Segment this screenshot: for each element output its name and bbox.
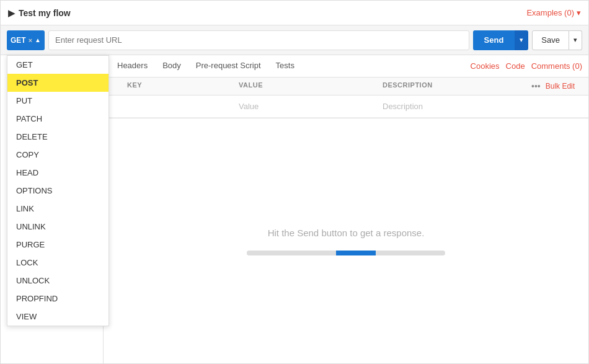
- response-message: Hit the Send button to get a response.: [268, 228, 425, 238]
- examples-chevron-icon: ▾: [577, 8, 581, 17]
- progress-left: [247, 251, 336, 255]
- progress-bar: [247, 251, 445, 255]
- cookies-link[interactable]: Cookies: [471, 61, 500, 71]
- examples-label: Examples (0): [526, 8, 574, 17]
- tab-pre-request-script[interactable]: Pre-request Script: [188, 56, 268, 76]
- params-table: KEY VALUE DESCRIPTION ••• Bulk Edit Valu…: [104, 78, 588, 118]
- examples-link[interactable]: Examples (0) ▾: [526, 8, 581, 17]
- method-option-delete[interactable]: DELETE: [7, 128, 108, 146]
- triangle-icon: ▶: [8, 8, 15, 18]
- progress-mid: [336, 251, 376, 255]
- tabs-right-links: Cookies Code Comments (0): [471, 61, 582, 71]
- table-header: KEY VALUE DESCRIPTION ••• Bulk Edit: [104, 78, 588, 95]
- tabs-bar: Headers Body Pre-request Script Tests Co…: [104, 55, 588, 78]
- method-option-patch[interactable]: PATCH: [7, 110, 108, 128]
- clear-method-button[interactable]: ×: [29, 37, 32, 44]
- save-dropdown-button[interactable]: ▾: [569, 30, 582, 50]
- method-option-unlock[interactable]: UNLOCK: [7, 272, 108, 290]
- method-option-link[interactable]: LINK: [7, 200, 108, 218]
- right-panel: Headers Body Pre-request Script Tests Co…: [103, 55, 588, 364]
- save-button[interactable]: Save: [532, 30, 569, 50]
- url-bar: GET × ▲ Send ▾ Save ▾: [1, 25, 588, 55]
- progress-right: [376, 251, 445, 255]
- send-button-group: Send ▾: [473, 30, 529, 50]
- tab-tests[interactable]: Tests: [268, 56, 302, 76]
- method-option-view[interactable]: VIEW: [7, 308, 108, 326]
- method-option-head[interactable]: HEAD: [7, 164, 108, 182]
- method-option-put[interactable]: PUT: [7, 92, 108, 110]
- method-option-lock[interactable]: LOCK: [7, 254, 108, 272]
- method-selector[interactable]: GET × ▲: [7, 30, 45, 50]
- page-title-text: Test my flow: [19, 8, 71, 18]
- method-dropdown: GETPOSTPUTPATCHDELETECOPYHEADOPTIONSLINK…: [7, 55, 109, 326]
- method-label: GET: [11, 36, 26, 45]
- method-option-purge[interactable]: PURGE: [7, 236, 108, 254]
- key-col-header: KEY: [122, 81, 234, 91]
- page-title: ▶ Test my flow: [8, 8, 71, 18]
- method-option-unlink[interactable]: UNLINK: [7, 218, 108, 236]
- url-input[interactable]: [48, 30, 469, 50]
- bulk-edit-link[interactable]: Bulk Edit: [546, 82, 575, 91]
- code-link[interactable]: Code: [506, 61, 525, 71]
- tab-headers[interactable]: Headers: [110, 56, 155, 76]
- more-options-icon[interactable]: •••: [531, 81, 541, 91]
- method-option-get[interactable]: GET: [7, 56, 108, 74]
- method-option-propfind[interactable]: PROPFIND: [7, 290, 108, 308]
- app-header: ▶ Test my flow Examples (0) ▾: [1, 1, 588, 25]
- send-button[interactable]: Send: [473, 30, 515, 50]
- key-cell: [122, 103, 234, 110]
- response-area: Hit the Send button to get a response.: [104, 118, 588, 364]
- method-option-options[interactable]: OPTIONS: [7, 182, 108, 200]
- table-row: Value Description: [104, 95, 588, 118]
- method-option-copy[interactable]: COPY: [7, 146, 108, 164]
- method-chevron-icon: ▲: [35, 37, 41, 43]
- main-area: GETPOSTPUTPATCHDELETECOPYHEADOPTIONSLINK…: [1, 55, 588, 364]
- save-button-group: Save ▾: [532, 30, 582, 50]
- value-cell: Value: [234, 98, 378, 115]
- tab-body[interactable]: Body: [155, 56, 188, 76]
- value-col-header: VALUE: [234, 81, 378, 91]
- send-dropdown-button[interactable]: ▾: [515, 30, 528, 50]
- description-cell: Description: [378, 98, 526, 115]
- comments-link[interactable]: Comments (0): [531, 61, 582, 71]
- description-col-header: DESCRIPTION: [378, 81, 526, 91]
- actions-col: ••• Bulk Edit: [526, 81, 588, 91]
- method-option-post[interactable]: POST: [7, 74, 108, 92]
